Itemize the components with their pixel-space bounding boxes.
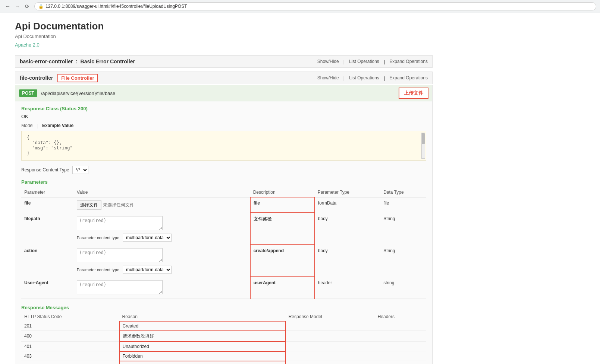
reload-button[interactable]: ⟳	[23, 2, 31, 10]
resp-status-code: 401	[21, 342, 119, 351]
model-tab[interactable]: Model	[21, 123, 34, 129]
param-desc-cell: create/append	[250, 245, 315, 277]
col-value: Value	[74, 188, 250, 197]
browser-bar: ← → ⟳ 🔒 127.0.0.1:8089/swagger-ui.html#!…	[0, 0, 600, 13]
resp-headers	[375, 361, 426, 364]
back-button[interactable]: ←	[4, 2, 12, 10]
param-content-type-select[interactable]: multipart/form-data	[123, 234, 172, 242]
param-value-cell	[74, 277, 250, 298]
param-data-type-value: String	[383, 216, 395, 221]
param-name: filepath	[24, 216, 40, 221]
upload-button[interactable]: 上传文件	[399, 88, 428, 99]
apache-link[interactable]: Apache 2.0	[15, 42, 40, 48]
param-desc-cell: 文件路径	[250, 213, 315, 245]
model-tabs: Model | Example Value	[21, 123, 426, 129]
resp-header-row: HTTP Status Code Reason Response Model H…	[21, 313, 426, 321]
param-input-action[interactable]	[77, 248, 163, 262]
resp-headers	[375, 321, 426, 331]
param-name-cell: file	[21, 197, 74, 213]
file-controller-header: file-controller File Controller Show/Hid…	[15, 72, 433, 84]
example-tab[interactable]: Example Value	[42, 123, 73, 129]
resp-row: 404请求路径没有或页面跳转路径不对	[21, 361, 426, 364]
address-bar[interactable]: 🔒 127.0.0.1:8089/swagger-ui.html#!/file4…	[34, 2, 596, 10]
resp-status-code: 400	[21, 331, 119, 342]
example-json: { "data": {}, "msg": "string" }	[27, 135, 421, 156]
resp-row: 400请求参数没填好	[21, 331, 426, 342]
resp-model	[286, 321, 375, 331]
param-name: action	[24, 248, 37, 253]
resp-status-code: 404	[21, 361, 119, 364]
lock-icon: 🔒	[38, 4, 44, 9]
col-description: Description	[250, 188, 315, 197]
resp-reason: 请求参数没填好	[119, 331, 286, 342]
response-class-title: Response Class (Status 200)	[21, 106, 426, 111]
resp-status-code: 201	[21, 321, 119, 331]
file-controller-actions: Show/Hide | List Operations | Expand Ope…	[317, 75, 428, 81]
resp-row: 201Created	[21, 321, 426, 331]
resp-col-code: HTTP Status Code	[21, 313, 119, 321]
param-type-value: body	[318, 248, 328, 253]
param-row: filepath Parameter content type: multipa…	[21, 213, 426, 245]
basic-error-controller-header: basic-error-controller : Basic Error Con…	[15, 55, 433, 68]
params-header-row: Parameter Value Description Parameter Ty…	[21, 188, 426, 197]
param-name-cell: User-Agent	[21, 277, 74, 298]
post-badge: POST	[19, 89, 37, 97]
response-messages-table: HTTP Status Code Reason Response Model H…	[21, 313, 426, 364]
param-data-type-value: String	[383, 248, 395, 253]
scrollbar-thumb	[422, 133, 425, 144]
basic-error-controller-section: basic-error-controller : Basic Error Con…	[15, 55, 433, 68]
resp-reason: Created	[119, 321, 286, 331]
basic-error-expand-ops[interactable]: Expand Operations	[389, 59, 428, 64]
basic-error-list-ops[interactable]: List Operations	[349, 59, 379, 64]
file-controller-section: file-controller File Controller Show/Hid…	[15, 72, 433, 364]
param-type-value: body	[318, 216, 328, 221]
resp-status-code: 403	[21, 351, 119, 361]
resp-reason: Forbidden	[119, 351, 286, 361]
content-type-row: Response Content Type */*	[21, 166, 426, 174]
nav-buttons: ← → ⟳	[4, 2, 31, 10]
file-choose-button[interactable]: 选择文件	[77, 200, 101, 210]
param-type-cell: body	[315, 213, 380, 245]
resp-col-reason: Reason	[119, 313, 286, 321]
file-expand-ops[interactable]: Expand Operations	[389, 75, 428, 81]
resp-model	[286, 361, 375, 364]
param-data-type-cell: string	[380, 277, 426, 298]
param-description: create/append	[254, 248, 284, 253]
content-type-select[interactable]: */*	[72, 166, 88, 174]
endpoint-details: Response Class (Status 200) OK Model | E…	[15, 101, 432, 364]
file-show-hide[interactable]: Show/Hide	[317, 75, 339, 81]
param-row: User-AgentuserAgentheaderstring	[21, 277, 426, 298]
param-type-value: header	[318, 280, 332, 285]
param-type-value: formData	[318, 200, 336, 206]
param-row: file 选择文件 未选择任何文件 fileformDatafile	[21, 197, 426, 213]
param-name-cell: action	[21, 245, 74, 277]
param-type-cell: body	[315, 245, 380, 277]
param-input-User-Agent[interactable]	[77, 280, 163, 294]
endpoint-row: POST /api/dlapiservice/{version}/file/ba…	[15, 85, 432, 101]
param-description: 文件路径	[254, 216, 271, 222]
page-content: Api Documentation Api Documentation Apac…	[0, 13, 447, 364]
col-parameter: Parameter	[21, 188, 74, 197]
resp-reason: Unauthorized	[119, 342, 286, 351]
param-type-cell: header	[315, 277, 380, 298]
param-content-type-select[interactable]: multipart/form-data	[123, 266, 172, 274]
file-list-ops[interactable]: List Operations	[349, 75, 379, 81]
param-name: file	[24, 200, 31, 206]
param-desc-cell: file	[250, 197, 315, 213]
file-input-group: 选择文件 未选择任何文件	[77, 200, 247, 210]
param-content-type-row: Parameter content type: multipart/form-d…	[77, 266, 247, 274]
url-text: 127.0.0.1:8089/swagger-ui.html#!/file45c…	[45, 4, 187, 9]
file-controller-badge: File Controller	[57, 74, 98, 82]
scrollbar[interactable]	[421, 133, 425, 159]
param-desc-cell: userAgent	[250, 277, 315, 298]
resp-reason: 请求路径没有或页面跳转路径不对	[119, 361, 286, 364]
param-description: file	[254, 200, 260, 206]
basic-error-controller-actions: Show/Hide | List Operations | Expand Ope…	[317, 59, 428, 64]
resp-row: 403Forbidden	[21, 351, 426, 361]
param-input-filepath[interactable]	[77, 216, 163, 230]
api-subtitle: Api Documentation	[15, 34, 433, 39]
param-description: userAgent	[254, 280, 276, 285]
basic-error-show-hide[interactable]: Show/Hide	[317, 59, 339, 64]
forward-button[interactable]: →	[13, 2, 22, 10]
param-value-cell: Parameter content type: multipart/form-d…	[74, 245, 250, 277]
